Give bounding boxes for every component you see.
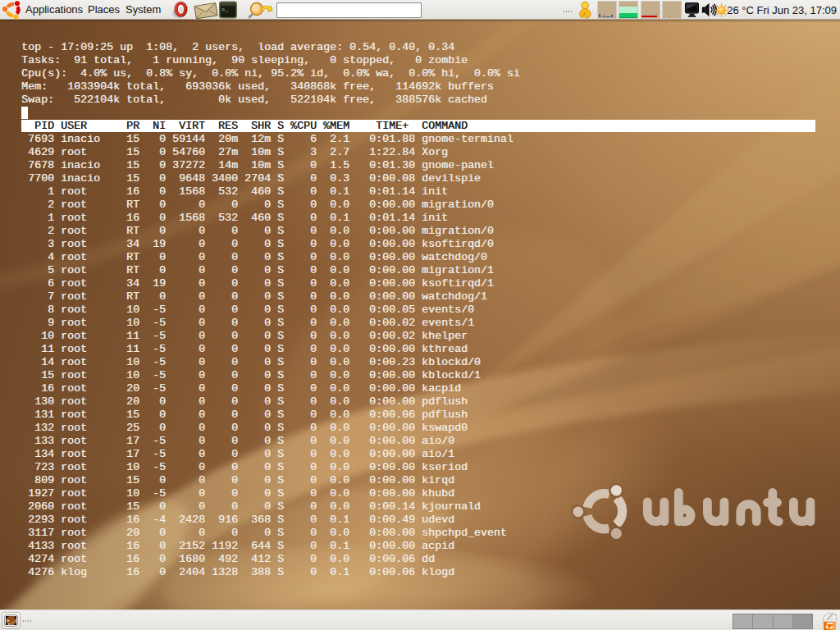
svg-text:>_: >_: [221, 7, 229, 13]
